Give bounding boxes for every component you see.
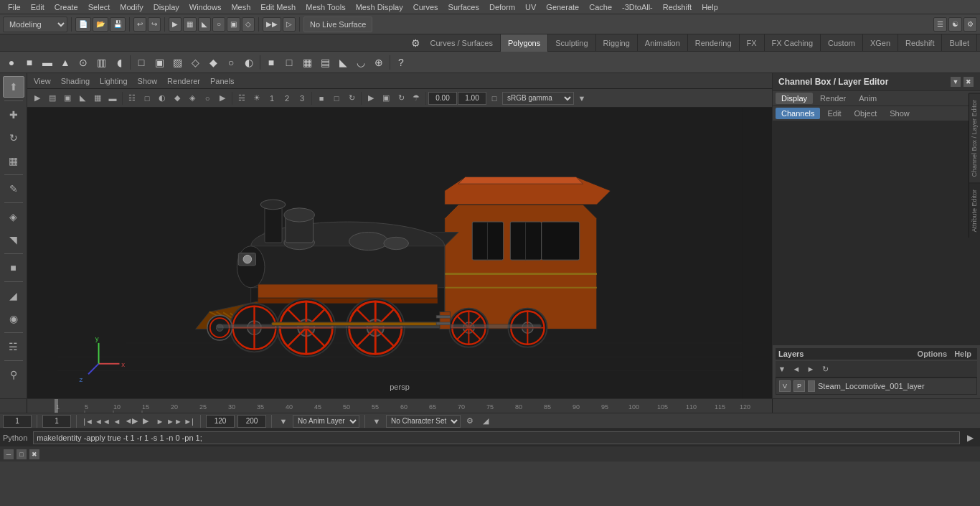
vp-color-space-icon[interactable]: □ (487, 91, 501, 106)
layer-add-btn[interactable]: ▼ (776, 362, 788, 375)
vp-menu-renderer[interactable]: Renderer (164, 75, 204, 87)
snap-grid-btn[interactable]: ▦ (183, 17, 197, 32)
ipr-btn[interactable]: ▷ (283, 17, 296, 32)
move-tool-btn[interactable]: ✚ (3, 104, 24, 126)
help-icon[interactable]: ? (392, 54, 410, 71)
insert-loop-icon[interactable]: ■ (263, 54, 280, 71)
open-scene-btn[interactable]: 📂 (93, 17, 108, 32)
window-restore-btn[interactable]: □ (16, 449, 27, 460)
tab-xgen[interactable]: XGen (863, 34, 898, 52)
tool-settings-btn[interactable]: ⚙ (963, 17, 977, 32)
vp-icon-wire[interactable]: ▦ (90, 91, 105, 106)
cb-tab-show[interactable]: Show (884, 108, 915, 119)
tab-rigging[interactable]: Rigging (596, 34, 638, 52)
mirror-icon[interactable]: ◐ (240, 54, 258, 71)
timeline-ruler[interactable]: 1 5 10 15 20 25 30 35 40 45 50 55 60 65 … (55, 399, 772, 413)
tab-fx-caching[interactable]: FX Caching (765, 34, 821, 52)
new-scene-btn[interactable]: 📄 (75, 17, 91, 32)
menu-edit-mesh[interactable]: Edit Mesh (255, 1, 301, 13)
bridge-icon[interactable]: ▨ (169, 54, 186, 71)
tab-curves-surfaces[interactable]: Curves / Surfaces (423, 34, 501, 52)
channel-box-side-label[interactable]: Channel Box / Layer Editor (969, 93, 980, 183)
paint-tool-btn[interactable]: ✎ (3, 178, 24, 200)
tab-polygons[interactable]: Polygons (501, 34, 548, 52)
render-btn[interactable]: ▶▶ (263, 17, 281, 32)
vp-icon-smooth2[interactable]: 2 (280, 91, 294, 106)
layer-v-toggle[interactable]: V (779, 380, 791, 392)
cone-icon[interactable]: ▲ (57, 54, 74, 71)
vp-icon-xray[interactable]: ◐ (155, 91, 169, 106)
smooth-icon[interactable]: ○ (222, 54, 240, 71)
rotate-tool-btn[interactable]: ↻ (3, 127, 24, 149)
append-polygon-icon[interactable]: ▦ (298, 54, 316, 71)
channel-box-btn[interactable]: ☰ (933, 17, 947, 32)
menu-file[interactable]: File (3, 1, 26, 13)
range-start-input[interactable] (206, 415, 235, 428)
vp-icon-smooth1[interactable]: 1 (265, 91, 279, 106)
vp-extra-btn[interactable]: ▼ (575, 91, 589, 106)
menu-deform[interactable]: Deform (484, 1, 520, 13)
menu-cache[interactable]: Cache (584, 1, 617, 13)
char-set-select[interactable]: No Character Set (386, 415, 461, 428)
command-icon-btn[interactable]: ▶ (963, 431, 977, 445)
vp-icon-isolate[interactable]: □ (329, 91, 344, 106)
vp-color-space-select[interactable]: sRGB gamma (502, 92, 574, 105)
panel-pin-btn[interactable]: ▼ (950, 76, 961, 88)
attribute-editor-side-label[interactable]: Attribute Editor (969, 183, 980, 238)
range-end-input[interactable] (237, 415, 266, 428)
layer-item[interactable]: V P Steam_Locomotive_001_layer (776, 378, 977, 395)
vp-menu-shading[interactable]: Shading (57, 75, 93, 87)
select-mode-btn[interactable]: ▶ (169, 17, 182, 32)
vp-icon-shadow[interactable]: ◆ (170, 91, 184, 106)
offset-loop-icon[interactable]: □ (281, 54, 298, 71)
undo-btn[interactable]: ↩ (133, 17, 146, 32)
combine-icon[interactable]: ◇ (187, 54, 204, 71)
show-hide-btn[interactable]: ■ (3, 257, 24, 278)
jump-end-btn[interactable]: ►| (182, 415, 195, 428)
plane-icon[interactable]: ▥ (93, 54, 110, 71)
vp-menu-view[interactable]: View (30, 75, 55, 87)
menu-create[interactable]: Create (50, 1, 83, 13)
vp-icon-loop[interactable]: ↻ (344, 91, 359, 106)
tab-custom[interactable]: Custom (821, 34, 863, 52)
vp-menu-show[interactable]: Show (134, 75, 161, 87)
vp-icon-sync[interactable]: ↻ (394, 91, 408, 106)
extrude-icon[interactable]: ▣ (151, 54, 168, 71)
snap-combo-btn[interactable]: ◢ (3, 285, 24, 306)
select-tool-btn[interactable]: ⬆ (3, 76, 24, 98)
vp-icon-grid[interactable]: ☷ (125, 91, 139, 106)
step-back-btn[interactable]: ◄◄ (96, 415, 109, 428)
sphere-icon[interactable]: ● (3, 54, 20, 71)
display-layer-btn[interactable]: ☵ (3, 336, 24, 357)
layer-color-swatch[interactable] (808, 380, 815, 392)
vp-menu-lighting[interactable]: Lighting (96, 75, 131, 87)
char-set-dropdown-btn[interactable]: ▼ (370, 415, 383, 428)
char-set-extra-btn[interactable]: ⚙ (463, 415, 476, 428)
step-fwd-btn[interactable]: ►► (168, 415, 181, 428)
options-label[interactable]: Options (915, 350, 951, 358)
soft-select-btn[interactable]: ◈ (3, 206, 24, 228)
tab-redshift[interactable]: Redshift (898, 34, 942, 52)
merge-icon[interactable]: ◣ (334, 54, 352, 71)
vp-icon-iso[interactable]: ■ (314, 91, 329, 106)
workspace-selector[interactable]: Modeling (3, 17, 67, 32)
vp-icon-camera[interactable]: ▣ (379, 91, 393, 106)
layer-next-btn[interactable]: ► (804, 362, 817, 375)
vp-icon-motion[interactable]: ▶ (215, 91, 230, 106)
vp-icon-bookmark[interactable]: ☂ (409, 91, 423, 106)
vp-icon-select[interactable]: ◣ (75, 91, 90, 106)
next-frame-btn[interactable]: ► (154, 415, 166, 428)
vp-icon-shade[interactable]: ▬ (105, 91, 120, 106)
tab-rendering[interactable]: Rendering (688, 34, 740, 52)
vp-menu-panels[interactable]: Panels (207, 75, 238, 87)
torus-icon[interactable]: ⊙ (75, 54, 92, 71)
window-close-btn[interactable]: ✖ (29, 449, 40, 460)
snap-surface-btn[interactable]: ◉ (3, 308, 24, 329)
menu-surfaces[interactable]: Surfaces (443, 1, 484, 13)
snap-point-btn[interactable]: ○ (212, 17, 225, 32)
help-label[interactable]: Help (951, 350, 974, 358)
subdiv-icon[interactable]: □ (133, 54, 150, 71)
menu-windows[interactable]: Windows (184, 1, 227, 13)
cb-tab-edit[interactable]: Edit (821, 108, 847, 119)
layer-prev-btn[interactable]: ◄ (790, 362, 803, 375)
